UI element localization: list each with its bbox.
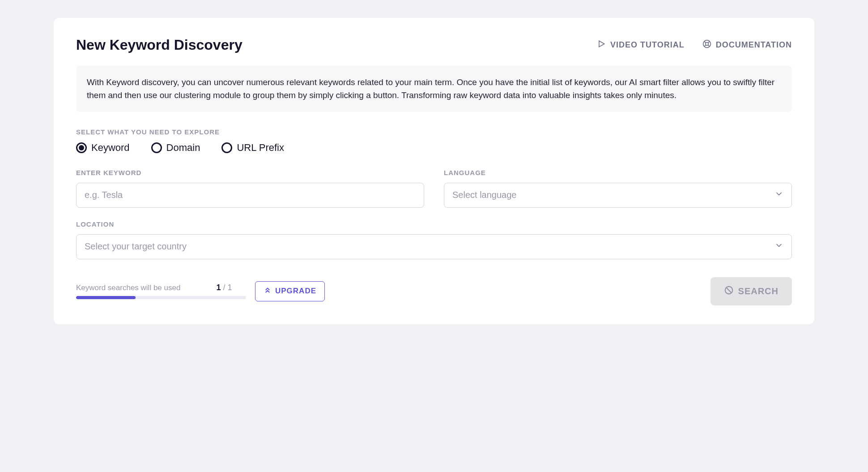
upgrade-label: UPGRADE bbox=[275, 287, 316, 296]
language-label: LANGUAGE bbox=[444, 169, 792, 176]
info-box: With Keyword discovery, you can uncover … bbox=[76, 66, 792, 112]
video-tutorial-label: VIDEO TUTORIAL bbox=[610, 40, 685, 50]
radio-domain-label: Domain bbox=[166, 142, 200, 154]
search-off-icon bbox=[724, 285, 734, 297]
header-links: VIDEO TUTORIAL DOCUMENTATION bbox=[597, 39, 792, 51]
explore-section-label: SELECT WHAT YOU NEED TO EXPLORE bbox=[76, 128, 792, 136]
chevron-down-icon bbox=[774, 241, 783, 252]
location-label: LOCATION bbox=[76, 220, 792, 228]
location-placeholder: Select your target country bbox=[85, 241, 187, 252]
usage-used: 1 bbox=[216, 283, 221, 292]
progress-bar bbox=[76, 296, 246, 299]
video-tutorial-link[interactable]: VIDEO TUTORIAL bbox=[597, 39, 685, 51]
radio-url-prefix-label: URL Prefix bbox=[237, 142, 284, 154]
explore-radio-group: Keyword Domain URL Prefix bbox=[76, 142, 792, 154]
play-icon bbox=[597, 39, 606, 51]
language-placeholder: Select language bbox=[452, 190, 516, 200]
radio-circle-icon bbox=[151, 142, 162, 153]
radio-keyword[interactable]: Keyword bbox=[76, 142, 130, 154]
usage-separator: / bbox=[221, 283, 227, 292]
footer-left: Keyword searches will be used 1 / 1 UPGR… bbox=[76, 281, 325, 301]
usage-count: 1 / 1 bbox=[216, 283, 232, 292]
form-row-1: ENTER KEYWORD LANGUAGE Select language bbox=[76, 169, 792, 208]
keyword-label: ENTER KEYWORD bbox=[76, 169, 424, 176]
keyword-input[interactable] bbox=[76, 183, 424, 208]
language-field-group: LANGUAGE Select language bbox=[444, 169, 792, 208]
usage-top: Keyword searches will be used 1 / 1 bbox=[76, 283, 246, 292]
documentation-label: DOCUMENTATION bbox=[716, 40, 792, 50]
documentation-link[interactable]: DOCUMENTATION bbox=[702, 39, 792, 51]
radio-circle-icon bbox=[221, 142, 232, 153]
footer: Keyword searches will be used 1 / 1 UPGR… bbox=[76, 277, 792, 305]
usage-total: 1 bbox=[227, 283, 232, 292]
svg-line-5 bbox=[708, 41, 710, 43]
progress-fill bbox=[76, 296, 136, 299]
help-icon bbox=[702, 39, 711, 51]
header: New Keyword Discovery VIDEO TUTORIAL bbox=[76, 37, 792, 53]
page-title: New Keyword Discovery bbox=[76, 37, 243, 53]
usage-section: Keyword searches will be used 1 / 1 bbox=[76, 283, 246, 299]
location-select[interactable]: Select your target country bbox=[76, 234, 792, 259]
location-field-group: LOCATION Select your target country bbox=[76, 220, 792, 259]
search-button[interactable]: SEARCH bbox=[711, 277, 792, 305]
language-select[interactable]: Select language bbox=[444, 183, 792, 208]
keyword-discovery-card: New Keyword Discovery VIDEO TUTORIAL bbox=[54, 18, 814, 324]
svg-line-4 bbox=[708, 45, 710, 47]
upgrade-button[interactable]: UPGRADE bbox=[255, 281, 325, 301]
radio-keyword-label: Keyword bbox=[91, 142, 130, 154]
chevron-down-icon bbox=[774, 189, 783, 201]
chevron-up-double-icon bbox=[264, 286, 272, 296]
radio-circle-icon bbox=[76, 142, 87, 153]
svg-line-8 bbox=[727, 288, 731, 292]
radio-url-prefix[interactable]: URL Prefix bbox=[221, 142, 284, 154]
form-row-2: LOCATION Select your target country bbox=[76, 220, 792, 259]
svg-line-3 bbox=[704, 41, 706, 43]
keyword-field-group: ENTER KEYWORD bbox=[76, 169, 424, 208]
search-label: SEARCH bbox=[738, 286, 779, 296]
radio-domain[interactable]: Domain bbox=[151, 142, 200, 154]
usage-label: Keyword searches will be used bbox=[76, 283, 180, 292]
svg-marker-0 bbox=[599, 41, 604, 47]
svg-line-6 bbox=[704, 45, 706, 47]
svg-point-2 bbox=[705, 43, 708, 46]
